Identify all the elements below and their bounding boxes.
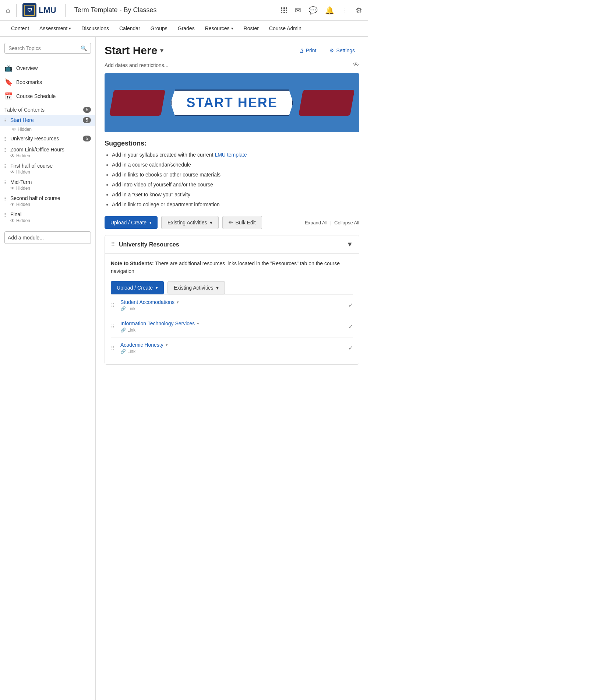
module-note: Note to Students: There are additional r… — [111, 260, 353, 275]
toc-item-first-half[interactable]: ⠿ First half of course 👁 Hidden — [0, 161, 95, 177]
start-here-banner: START HERE — [105, 73, 359, 132]
chat-icon[interactable]: 💬 — [308, 6, 318, 15]
academic-honesty-link[interactable]: Academic Honesty ▾ — [120, 342, 345, 348]
chevron-down-icon: ▾ — [197, 321, 199, 326]
mail-icon[interactable]: ✉ — [295, 6, 301, 15]
add-module-label: Add a module... — [8, 235, 44, 241]
chevron-down-icon: ▾ — [149, 220, 152, 225]
settings-button[interactable]: ⚙ Settings — [325, 45, 359, 56]
action-buttons-row: Upload / Create ▾ Existing Activities ▾ … — [105, 216, 359, 229]
print-button[interactable]: 🖨 Print — [294, 45, 321, 56]
sidebar-item-label: Bookmarks — [16, 79, 42, 85]
page-title: Start Here — [105, 44, 157, 57]
hidden-icon: 👁 — [10, 186, 15, 191]
drag-handle-icon: ⠿ — [3, 196, 8, 202]
existing-activities-button[interactable]: Existing Activities ▾ — [161, 216, 219, 229]
chevron-down-icon: ▾ — [216, 285, 219, 291]
expand-all-link[interactable]: Expand All — [305, 220, 327, 225]
link-icon: 🔗 — [120, 349, 126, 354]
link-type-label: Link — [127, 306, 135, 311]
search-input[interactable] — [8, 45, 78, 51]
home-icon[interactable]: ⌂ — [6, 6, 10, 14]
sidebar-item-course-schedule[interactable]: 📅 Course Schedule — [0, 89, 95, 103]
divider-icon: ⋮ — [342, 6, 348, 14]
module-title: University Resources — [119, 241, 343, 248]
add-dates-row: Add dates and restrictions... 👁 — [105, 61, 359, 69]
drag-handle-icon: ⠿ — [3, 147, 8, 153]
link-type-label: Link — [127, 328, 135, 333]
drag-handle-icon: ⠿ — [111, 324, 117, 330]
student-accommodations-link[interactable]: Student Accomodations ▾ — [120, 299, 345, 305]
bulk-edit-button[interactable]: ✏ Bulk Edit — [222, 216, 262, 229]
menu-item-calendar[interactable]: Calendar — [114, 20, 145, 36]
sidebar-item-label: Overview — [16, 65, 38, 71]
sidebar-item-overview[interactable]: 📺 Overview — [0, 61, 95, 75]
sidebar-item-label: Course Schedule — [16, 93, 56, 99]
drag-handle-icon: ⠿ — [111, 241, 115, 248]
menu-item-course-admin[interactable]: Course Admin — [264, 20, 307, 36]
course-title: Term Template - By Classes — [74, 6, 157, 14]
settings-icon[interactable]: ⚙ — [356, 6, 362, 15]
toc-item-name: Start Here — [10, 117, 34, 123]
menu-item-roster[interactable]: Roster — [239, 20, 264, 36]
module-header: ⠿ University Resources ▼ — [105, 235, 359, 254]
menu-item-resources[interactable]: Resources ▾ — [200, 20, 239, 36]
visibility-icon[interactable]: 👁 — [353, 61, 359, 69]
toc-item-name: Zoom Link/Office Hours — [10, 147, 64, 153]
menu-item-grades[interactable]: Grades — [173, 20, 200, 36]
menu-item-assessment[interactable]: Assessment ▾ — [34, 20, 76, 36]
add-module-input[interactable]: Add a module... — [4, 231, 91, 244]
sidebar: 🔍 📺 Overview 🔖 Bookmarks 📅 Course Schedu… — [0, 37, 96, 700]
page-title-dropdown-icon[interactable]: ▾ — [160, 46, 163, 55]
banner-text-box: START HERE — [170, 90, 293, 116]
gear-icon: ⚙ — [329, 48, 334, 53]
suggestions-title: Suggestions: — [105, 140, 359, 147]
checkmark-icon: ✓ — [348, 302, 353, 309]
note-bold: Note to Students: — [111, 260, 154, 266]
search-box[interactable]: 🔍 — [4, 43, 91, 54]
collapse-all-link[interactable]: Collapse All — [334, 220, 359, 225]
toc-item-second-half[interactable]: ⠿ Second half of course 👁 Hidden — [0, 193, 95, 209]
hidden-icon: 👁 — [10, 218, 15, 223]
toc-item-badge: 5 — [83, 117, 91, 123]
toc-label: Table of Contents — [4, 107, 45, 113]
module-existing-activities-button[interactable]: Existing Activities ▾ — [167, 281, 225, 294]
top-navigation: ⌂ 🛡 LMU Term Template - By Classes ✉ 💬 🔔… — [0, 0, 368, 21]
toc-item-final[interactable]: ⠿ Final 👁 Hidden — [0, 209, 95, 225]
lmu-template-link[interactable]: LMU template — [215, 152, 247, 158]
menu-item-groups[interactable]: Groups — [145, 20, 173, 36]
drag-handle-icon: ⠿ — [3, 136, 8, 142]
module-upload-create-button[interactable]: Upload / Create ▾ — [111, 281, 164, 294]
expand-collapse-controls: Expand All | Collapse All — [305, 220, 359, 225]
hidden-icon: 👁 — [10, 202, 15, 207]
toc-item-badge: 5 — [83, 136, 91, 141]
course-schedule-icon: 📅 — [4, 92, 13, 100]
logo-shield: 🛡 — [22, 3, 36, 17]
menu-item-content[interactable]: Content — [6, 20, 34, 36]
list-item: Add in your syllabus created with the cu… — [112, 151, 359, 159]
checkmark-icon: ✓ — [348, 344, 353, 351]
chevron-down-icon: ▾ — [156, 286, 158, 290]
grid-icon[interactable] — [281, 7, 288, 13]
list-item: Add intro video of yourself and/or the c… — [112, 181, 359, 189]
main-content: Start Here ▾ 🖨 Print ⚙ Settings Add date… — [96, 37, 368, 700]
divider — [16, 4, 17, 17]
drag-handle-icon: ⠿ — [111, 302, 117, 308]
sidebar-item-bookmarks[interactable]: 🔖 Bookmarks — [0, 75, 95, 89]
module-item-academic-honesty: ⠿ Academic Honesty ▾ 🔗 Link ✓ — [111, 337, 353, 358]
toc-item-zoom[interactable]: ⠿ Zoom Link/Office Hours 👁 Hidden — [0, 144, 95, 161]
chevron-down-icon: ▾ — [177, 300, 179, 305]
toc-item-university-resources[interactable]: ⠿ University Resources 5 — [0, 133, 95, 144]
collapse-icon[interactable]: ▼ — [346, 241, 353, 248]
toc-item-midterm[interactable]: ⠿ Mid-Term 👁 Hidden — [0, 177, 95, 193]
overview-icon: 📺 — [4, 64, 13, 72]
it-services-link[interactable]: Information Technology Services ▾ — [120, 321, 345, 326]
menu-item-discussions[interactable]: Discussions — [76, 20, 114, 36]
hidden-icon: 👁 — [10, 153, 15, 158]
toc-item-start-here[interactable]: ⠿ Start Here 5 — [0, 115, 95, 126]
add-dates-text[interactable]: Add dates and restrictions... — [105, 62, 169, 68]
bell-icon[interactable]: 🔔 — [325, 6, 334, 15]
toc-header: Table of Contents 5 — [0, 103, 95, 115]
logo-text: LMU — [39, 6, 56, 15]
upload-create-button[interactable]: Upload / Create ▾ — [105, 216, 158, 229]
